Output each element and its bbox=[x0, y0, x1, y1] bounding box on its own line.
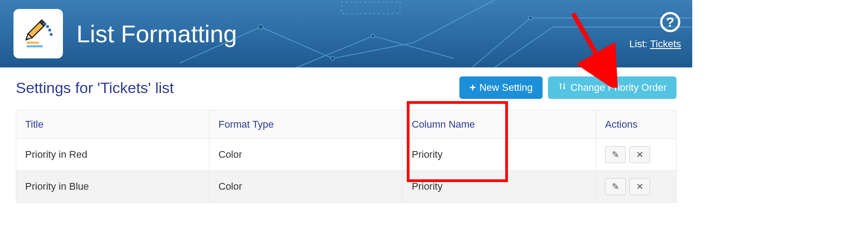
help-icon[interactable]: ? bbox=[659, 11, 681, 35]
svg-point-13 bbox=[48, 29, 51, 31]
list-prefix: List: bbox=[629, 38, 650, 49]
settings-table: Title Format Type Column Name Actions Pr… bbox=[16, 110, 677, 203]
edit-button[interactable]: ✎ bbox=[605, 178, 626, 195]
svg-rect-6 bbox=[27, 45, 42, 48]
app-icon bbox=[13, 9, 63, 58]
cell-column-name: Priority bbox=[403, 171, 596, 203]
change-priority-order-button[interactable]: Change Priority Order bbox=[548, 76, 677, 99]
svg-point-14 bbox=[50, 33, 53, 36]
list-context: List: Tickets bbox=[629, 38, 681, 50]
cell-title: Priority in Blue bbox=[16, 171, 209, 203]
close-icon: ✕ bbox=[636, 181, 644, 192]
change-order-label: Change Priority Order bbox=[570, 82, 667, 93]
pencil-icon: ✎ bbox=[612, 149, 619, 160]
svg-point-11 bbox=[43, 22, 46, 25]
edit-button[interactable]: ✎ bbox=[605, 146, 626, 163]
col-column-name: Column Name bbox=[403, 111, 596, 139]
pencil-icon: ✎ bbox=[612, 181, 619, 192]
new-setting-button[interactable]: + New Setting bbox=[459, 76, 543, 99]
sort-icon bbox=[558, 82, 567, 93]
table-row: Priority in Blue Color Priority ✎ ✕ bbox=[16, 171, 677, 203]
cell-column-name: Priority bbox=[403, 139, 596, 171]
close-icon: ✕ bbox=[636, 149, 644, 160]
cell-format-type: Color bbox=[209, 171, 403, 203]
settings-subtitle: Settings for 'Tickets' list bbox=[16, 79, 454, 97]
header-decor bbox=[180, 0, 692, 67]
col-title: Title bbox=[16, 111, 209, 139]
col-format-type: Format Type bbox=[209, 111, 403, 139]
svg-rect-5 bbox=[27, 42, 39, 44]
svg-text:?: ? bbox=[666, 14, 674, 29]
table-row: Priority in Red Color Priority ✎ ✕ bbox=[16, 139, 677, 171]
col-actions: Actions bbox=[596, 111, 677, 139]
plus-icon: + bbox=[469, 82, 476, 93]
list-link[interactable]: Tickets bbox=[650, 38, 681, 49]
cell-format-type: Color bbox=[209, 139, 403, 171]
delete-button[interactable]: ✕ bbox=[629, 178, 650, 195]
svg-point-4 bbox=[529, 16, 532, 20]
cell-title: Priority in Red bbox=[16, 139, 209, 171]
page-title: List Formatting bbox=[76, 20, 237, 48]
svg-rect-3 bbox=[342, 2, 400, 13]
svg-point-12 bbox=[46, 25, 49, 28]
svg-point-0 bbox=[258, 25, 263, 29]
page-header: List Formatting ? List: Tickets bbox=[0, 0, 692, 67]
new-setting-label: New Setting bbox=[479, 82, 533, 93]
svg-point-2 bbox=[371, 34, 375, 38]
delete-button[interactable]: ✕ bbox=[629, 146, 650, 163]
svg-point-1 bbox=[331, 57, 334, 60]
